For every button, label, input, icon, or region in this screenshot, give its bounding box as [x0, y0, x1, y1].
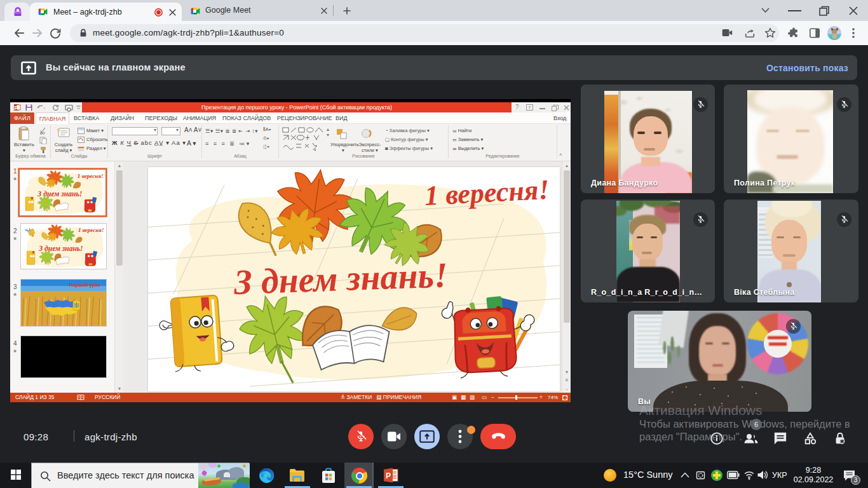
svg-text:1 вересня!: 1 вересня! [424, 174, 550, 212]
svg-text:1 вересня!: 1 вересня! [78, 227, 104, 233]
svg-text:З днем знань!: З днем знань! [233, 255, 449, 302]
svg-text:Перший урок: Перший урок [69, 282, 100, 288]
svg-text:1 вересня!: 1 вересня! [78, 173, 104, 179]
svg-text:P: P [386, 471, 391, 480]
svg-text:P: P [15, 105, 18, 111]
